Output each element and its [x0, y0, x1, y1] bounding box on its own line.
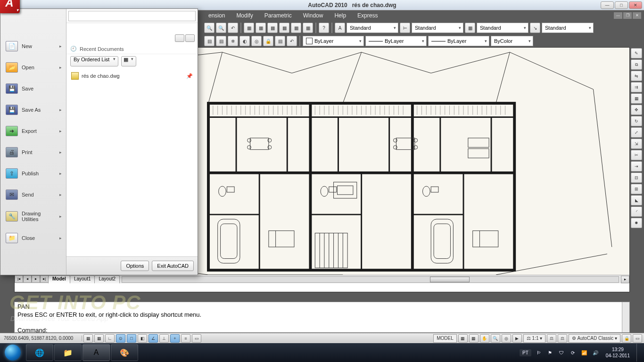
annovisibility-button[interactable]: ⚖	[547, 334, 556, 343]
offset-button[interactable]: ⇉	[631, 82, 642, 92]
app-menu-search-input[interactable]	[68, 11, 196, 21]
zoom-button[interactable]: 🔍	[491, 334, 500, 343]
tray-update-icon[interactable]: ⟳	[569, 349, 577, 356]
tray-clock[interactable]: 13:29 04-12-2011	[603, 346, 633, 359]
polar-toggle[interactable]: ⊙	[116, 334, 125, 343]
app-menu-saveas[interactable]: 💾Save As▸	[1, 99, 65, 120]
app-menu-send[interactable]: ✉Send▸	[1, 184, 65, 205]
taskbar-chrome[interactable]: 🌐	[26, 344, 53, 361]
trim-button[interactable]: ✂	[631, 150, 642, 160]
zoom-previous-button[interactable]: ↶	[228, 23, 238, 33]
command-window[interactable]: PAN Press ESC or ENTER to exit, or right…	[14, 302, 630, 333]
showmotion-button[interactable]: ▶	[512, 334, 522, 343]
doc-restore-button[interactable]: ❐	[623, 12, 632, 19]
dyn-toggle[interactable]: +	[170, 334, 180, 343]
app-menu-button[interactable]: A	[0, 0, 20, 13]
recent-preview-combo[interactable]: ▦	[121, 56, 136, 66]
tray-action-center-icon[interactable]: ⚑	[546, 349, 554, 356]
move-button[interactable]: ✥	[631, 105, 642, 115]
layer-state-button[interactable]: ▤	[216, 36, 226, 46]
app-menu-save[interactable]: 💾Save	[1, 78, 65, 99]
layer-tools-button[interactable]: ▤	[275, 36, 285, 46]
zoom-window-button[interactable]: 🔍	[216, 23, 226, 33]
cleanscreen-button[interactable]: ▭	[633, 334, 642, 343]
annoscale-combo[interactable]: ⚖ 1:1 ▾	[523, 334, 545, 343]
layer-iso-button[interactable]: ◎	[251, 36, 262, 46]
rotate-button[interactable]: ↻	[631, 116, 642, 126]
break-button[interactable]: ⊟	[631, 173, 642, 183]
mleaderstyle-icon[interactable]: ↘	[530, 23, 540, 33]
cmd-vscroll[interactable]	[622, 302, 629, 332]
layer-prop-button[interactable]: ▤	[204, 36, 215, 46]
toolbar-lock-button[interactable]: 🔒	[622, 334, 631, 343]
tab-prev-button[interactable]: ◂	[23, 275, 32, 283]
exit-button[interactable]: Exit AutoCAD	[152, 261, 194, 271]
tray-antivirus-icon[interactable]: 🛡	[558, 349, 565, 356]
options-button[interactable]: Options	[121, 261, 149, 271]
join-button[interactable]: ⊞	[631, 184, 642, 194]
tray-network-icon[interactable]: 📶	[580, 349, 588, 356]
sheetset-button[interactable]: ▦	[279, 23, 289, 33]
otrack-toggle[interactable]: ∠	[149, 334, 158, 343]
hscroll-right-button[interactable]: ▸	[621, 276, 629, 283]
menu-help[interactable]: Help	[329, 11, 352, 20]
layer-freeze-button[interactable]: ❄	[228, 36, 238, 46]
app-menu-print[interactable]: 🖨Print▸	[1, 142, 65, 163]
lineweight-combo[interactable]: ByLayer	[428, 36, 489, 46]
dimstyle-combo[interactable]: Standard	[412, 23, 463, 33]
app-menu-utilities[interactable]: 🔧Drawing Utilities▸	[1, 206, 65, 227]
layer-prev-button[interactable]: ↶	[287, 36, 297, 46]
tab-layout1[interactable]: Layout1	[70, 275, 95, 283]
ducs-toggle[interactable]: ⊥	[159, 334, 169, 343]
taskbar-explorer[interactable]: 📁	[54, 344, 82, 361]
show-desktop-button[interactable]	[636, 344, 641, 362]
properties-button[interactable]: ▦	[244, 23, 254, 33]
quickcalc-button[interactable]: ▦	[303, 23, 313, 33]
start-button[interactable]	[0, 343, 25, 362]
tab-model[interactable]: Model	[48, 275, 70, 283]
lwt-toggle[interactable]: ≡	[181, 334, 190, 343]
menu-dimension[interactable]: ension	[203, 11, 231, 20]
pin-icon[interactable]: 📌	[186, 73, 193, 79]
toolpalette-button[interactable]: ▦	[267, 23, 278, 33]
stretch-button[interactable]: ⇲	[631, 139, 642, 149]
quickview-layouts-button[interactable]: ▦	[458, 334, 468, 343]
steeringwheel-button[interactable]: ◎	[502, 334, 511, 343]
menu-modify[interactable]: Modify	[231, 11, 258, 20]
app-menu-new[interactable]: 📄New▸	[1, 36, 65, 57]
erase-button[interactable]: ✎	[631, 48, 642, 58]
tab-layout2[interactable]: Layout2	[94, 275, 120, 283]
hscroll-track[interactable]	[122, 276, 619, 283]
minimize-button[interactable]: —	[601, 1, 614, 9]
menu-window[interactable]: Window	[297, 11, 329, 20]
plotstyle-combo[interactable]: ByColor	[491, 36, 533, 46]
grid-toggle[interactable]: ▦	[94, 334, 104, 343]
recent-view-icon-button[interactable]	[175, 34, 184, 42]
ortho-toggle[interactable]: ∟	[105, 334, 115, 343]
textstyle-icon[interactable]: A	[335, 23, 345, 33]
tray-flag-icon[interactable]: 🏳	[535, 349, 543, 356]
fillet-button[interactable]: ◜	[631, 206, 642, 217]
tab-first-button[interactable]: |◂	[15, 275, 23, 283]
tab-last-button[interactable]: ▸|	[40, 275, 49, 283]
mirror-button[interactable]: ⇋	[631, 71, 642, 81]
close-button[interactable]: ✕	[629, 1, 642, 9]
3dosnap-toggle[interactable]: ◧	[138, 334, 147, 343]
dimstyle-icon[interactable]: ⊢	[400, 23, 410, 33]
designctr-button[interactable]: ▦	[256, 23, 266, 33]
copy-button[interactable]: ⧉	[631, 59, 642, 70]
tablestyle-combo[interactable]: Standard	[477, 23, 528, 33]
textstyle-combo[interactable]: Standard	[347, 23, 398, 33]
app-menu-close[interactable]: 📁Close▸	[1, 228, 65, 248]
hscroll-thumb[interactable]	[430, 277, 470, 282]
recent-doc-item[interactable]: rés de chao.dwg 📌	[70, 70, 194, 82]
pan-button[interactable]: ✋	[480, 334, 489, 343]
mleaderstyle-combo[interactable]: Standard	[542, 23, 594, 33]
recent-sort-combo[interactable]: By Ordered List	[70, 56, 118, 66]
tab-next-button[interactable]: ▸	[32, 275, 40, 283]
color-combo[interactable]: ByLayer	[303, 36, 364, 46]
coords-readout[interactable]: 76500.6409, 51887.8120, 0.0000	[2, 336, 82, 341]
chamfer-button[interactable]: ◣	[631, 195, 642, 206]
modelspace-toggle[interactable]: MODEL	[433, 334, 457, 343]
qp-toggle[interactable]: ▭	[192, 334, 201, 343]
